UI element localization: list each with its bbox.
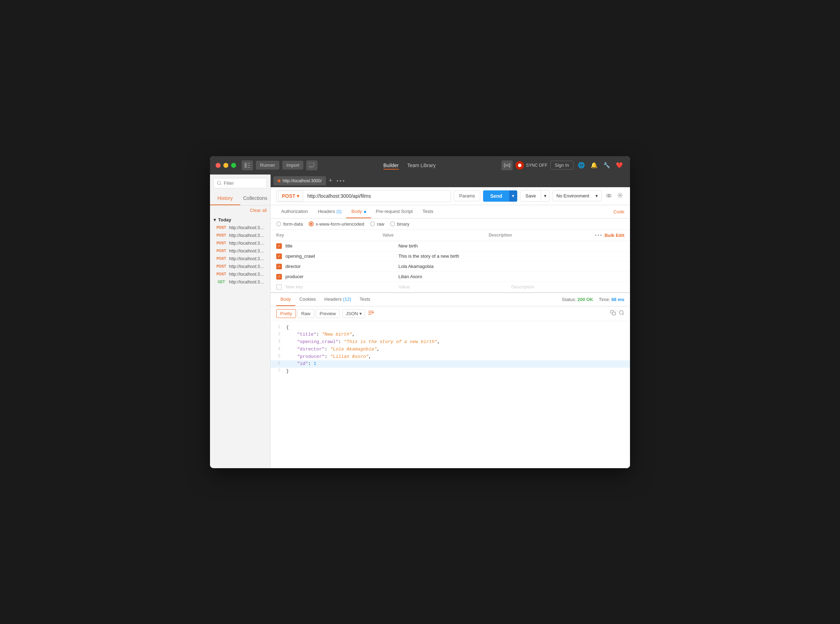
list-item[interactable]: POST http://localhost:3000/api/films <box>214 255 267 263</box>
auth-tab[interactable]: Authorization <box>276 205 313 218</box>
headers-tab[interactable]: Headers (1) <box>313 205 346 218</box>
kv-key-producer[interactable]: producer <box>285 274 399 279</box>
prerequest-tab[interactable]: Pre-request Script <box>371 205 418 218</box>
list-item[interactable]: POST http://localhost:3000/api/films <box>214 247 267 255</box>
resp-cookies-tab[interactable]: Cookies <box>295 293 320 306</box>
new-tab-button[interactable] <box>306 161 318 170</box>
sign-in-button[interactable]: Sign In <box>550 161 573 170</box>
today-header[interactable]: ▾ Today <box>214 217 267 222</box>
search-response-button[interactable] <box>619 310 624 317</box>
add-tab-button[interactable]: + <box>327 177 334 184</box>
kv-value-title[interactable]: New birth <box>399 243 512 249</box>
request-tab[interactable]: http://localhost:3000/ <box>273 176 326 185</box>
svg-point-15 <box>620 310 623 315</box>
more-icon: • • • <box>595 233 601 238</box>
resp-headers-tab[interactable]: Headers (12) <box>320 293 356 306</box>
eye-button[interactable] <box>605 192 613 201</box>
kv-key-opening[interactable]: opening_crawl <box>285 253 399 259</box>
url-input[interactable] <box>306 190 451 202</box>
kv-value-director[interactable]: Lola Akamagobia <box>399 264 512 269</box>
line-content-7: } <box>283 368 630 375</box>
kv-key-title[interactable]: title <box>285 243 399 249</box>
raw-radio[interactable] <box>370 221 375 226</box>
kv-header-actions: • • • Bulk Edit <box>595 233 624 238</box>
pretty-button[interactable]: Pretty <box>276 309 296 318</box>
raw-button[interactable]: Raw <box>297 309 314 318</box>
kv-value-opening[interactable]: This is the story of a new birth <box>399 253 512 259</box>
kv-new-value-placeholder[interactable]: Value <box>399 284 512 289</box>
bell-icon-button[interactable]: 🔔 <box>589 161 599 170</box>
close-button[interactable] <box>216 163 220 168</box>
settings-button[interactable] <box>616 191 624 201</box>
kv-row-new[interactable]: New key Value Description <box>271 282 630 292</box>
save-button[interactable]: Save <box>520 190 541 202</box>
kv-checkbox-producer[interactable]: ✓ <box>276 274 282 280</box>
tests-req-tab[interactable]: Tests <box>418 205 438 218</box>
kv-checkbox-opening[interactable]: ✓ <box>276 253 282 259</box>
method-select[interactable]: POST ▾ <box>278 191 303 201</box>
tab-url: http://localhost:3000/ <box>283 178 322 183</box>
params-button[interactable]: Params <box>454 190 480 201</box>
form-data-radio[interactable] <box>276 221 281 226</box>
tab-bar: http://localhost:3000/ + • • • <box>271 175 630 187</box>
minimize-button[interactable] <box>223 163 228 168</box>
kv-value-producer[interactable]: Lilian Asoro <box>399 274 512 279</box>
urlencoded-option[interactable]: x-www-form-urlencoded <box>309 221 364 227</box>
satellite-icon-button[interactable] <box>501 161 513 170</box>
list-item[interactable]: POST http://localhost:3000/api/films <box>214 224 267 232</box>
line-num-2: 2 <box>271 331 283 338</box>
form-data-option[interactable]: form-data <box>276 221 303 227</box>
code-link[interactable]: Code <box>613 209 624 214</box>
svg-rect-2 <box>247 165 250 166</box>
filter-input[interactable] <box>214 178 267 188</box>
save-dropdown-button[interactable]: ▾ <box>541 190 550 202</box>
headers-tab-label: Headers <box>318 209 336 214</box>
sync-button[interactable]: SYNC OFF <box>515 161 547 170</box>
raw-option[interactable]: raw <box>370 221 384 227</box>
status-label: Status: 200 OK <box>562 297 593 302</box>
history-tab[interactable]: History <box>210 192 240 205</box>
kv-new-key-placeholder[interactable]: New key <box>285 284 399 289</box>
sidebar-toggle-button[interactable] <box>242 161 253 170</box>
body-tab[interactable]: Body <box>346 205 371 218</box>
wrench-icon-button[interactable]: 🔧 <box>602 161 612 170</box>
kv-checkbox-director[interactable]: ✓ <box>276 264 282 269</box>
clear-all-button[interactable]: Clear all <box>210 205 270 215</box>
preview-button[interactable]: Preview <box>316 309 340 318</box>
binary-radio[interactable] <box>390 221 395 226</box>
svg-point-8 <box>606 194 611 197</box>
environment-select[interactable]: No Environment ▾ <box>552 190 602 201</box>
bulk-edit-button[interactable]: Bulk Edit <box>605 233 624 238</box>
builder-nav[interactable]: Builder <box>383 161 399 170</box>
list-item[interactable]: GET http://localhost:3000/api/films <box>214 278 267 286</box>
kv-checkbox-title[interactable]: ✓ <box>276 243 282 249</box>
list-item[interactable]: POST http://localhost:3000/api/films <box>214 239 267 247</box>
send-dropdown-button[interactable]: ▾ <box>509 190 517 202</box>
kv-new-desc-placeholder[interactable]: Description <box>511 284 624 289</box>
response-body-controls: Pretty Raw Preview JSON ▾ <box>271 306 630 321</box>
import-button[interactable]: Import <box>282 161 304 170</box>
urlencoded-radio[interactable] <box>309 221 314 226</box>
maximize-button[interactable] <box>231 163 236 168</box>
format-type-select[interactable]: JSON ▾ <box>342 309 365 318</box>
globe-icon-button[interactable]: 🌐 <box>576 161 586 170</box>
resp-body-tab[interactable]: Body <box>276 293 295 306</box>
more-tabs-button[interactable]: • • • <box>335 178 346 184</box>
runner-button[interactable]: Runner <box>256 161 279 170</box>
collections-tab[interactable]: Collections <box>240 192 271 205</box>
line-num-3: 3 <box>271 338 283 346</box>
kv-key-director[interactable]: director <box>285 264 399 269</box>
copy-button[interactable] <box>610 310 616 317</box>
list-item[interactable]: POST http://localhost:3000/api/films <box>214 263 267 270</box>
resp-tests-tab[interactable]: Tests <box>355 293 374 306</box>
line-content-1: { <box>283 324 630 331</box>
send-button[interactable]: Send <box>483 190 509 202</box>
list-item[interactable]: POST http://localhost:3000/api/films <box>214 232 267 239</box>
urlencoded-label: x-www-form-urlencoded <box>316 221 364 227</box>
list-item[interactable]: POST http://localhost:3000/api/films <box>214 270 267 278</box>
heart-icon-button[interactable]: ❤️ <box>615 161 624 170</box>
traffic-lights <box>216 163 236 168</box>
team-library-nav[interactable]: Team Library <box>407 161 436 170</box>
binary-option[interactable]: binary <box>390 221 410 227</box>
wrap-button[interactable] <box>368 310 374 317</box>
